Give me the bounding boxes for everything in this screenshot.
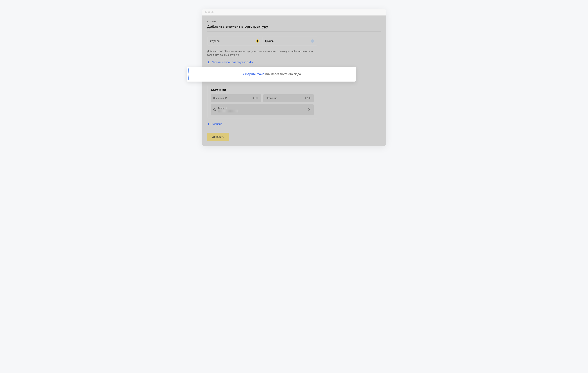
- clear-parent-button[interactable]: [307, 107, 311, 112]
- traffic-light-close[interactable]: [205, 11, 207, 13]
- external-id-input[interactable]: Внешний ID 0/100: [210, 94, 261, 102]
- submit-button[interactable]: Добавить: [207, 133, 229, 141]
- search-icon: [213, 108, 216, 111]
- traffic-light-zoom[interactable]: [211, 11, 213, 13]
- page-content: Назад Добавить элемент в оргструктуру От…: [202, 15, 386, 146]
- page-title: Добавить элемент в оргструктуру: [207, 24, 381, 29]
- tab-groups-label: Группы: [265, 40, 274, 42]
- back-label: Назад: [210, 20, 216, 23]
- download-template-label: Скачать шаблон для отделов в xlsx: [212, 61, 253, 63]
- chevron-left-icon: [207, 20, 209, 22]
- element-card-title: Элемент №1: [210, 88, 314, 91]
- instruction-text: Добавьте до 100 элементов оргструктуры в…: [207, 49, 315, 57]
- divider: [207, 31, 381, 32]
- add-element-label: Элемент: [211, 123, 222, 125]
- dropzone-rest-text: или перетяните его сюда: [264, 72, 301, 76]
- download-icon: [207, 61, 210, 63]
- plus-icon: [207, 123, 210, 125]
- parent-search-input[interactable]: Входит в: [210, 104, 314, 115]
- radio-unselected-icon: [311, 40, 314, 43]
- type-segmented-control: Отделы Группы: [207, 37, 317, 45]
- radio-selected-icon: [256, 40, 259, 43]
- name-input[interactable]: Название 0/100: [263, 94, 314, 102]
- name-label: Название: [266, 97, 277, 100]
- add-element-button[interactable]: Элемент: [207, 123, 222, 125]
- parent-floating-label: Входит в: [218, 107, 305, 110]
- download-template-link[interactable]: Скачать шаблон для отделов в xlsx: [207, 61, 253, 63]
- parent-value-redacted: [218, 110, 238, 112]
- back-button[interactable]: Назад: [207, 20, 216, 23]
- traffic-light-minimize[interactable]: [208, 11, 210, 13]
- tab-departments[interactable]: Отделы: [207, 37, 262, 45]
- window-chrome: [202, 9, 386, 15]
- close-icon: [308, 108, 310, 111]
- dropzone-link-text: Выберите файл: [242, 72, 264, 76]
- element-card: Элемент №1 Внешний ID 0/100 Название 0/1…: [207, 85, 317, 118]
- dropzone-container: Выберите файл или перетяните его сюда: [187, 67, 356, 81]
- external-id-counter: 0/100: [252, 97, 258, 99]
- file-dropzone[interactable]: Выберите файл или перетяните его сюда: [189, 68, 354, 80]
- element-fields-row: Внешний ID 0/100 Название 0/100: [210, 94, 314, 102]
- tab-groups[interactable]: Группы: [262, 37, 317, 45]
- parent-search-body: Входит в: [218, 107, 305, 112]
- app-window: Назад Добавить элемент в оргструктуру От…: [202, 9, 386, 146]
- external-id-label: Внешний ID: [213, 97, 227, 100]
- name-counter: 0/100: [305, 97, 311, 99]
- tab-departments-label: Отделы: [210, 40, 220, 42]
